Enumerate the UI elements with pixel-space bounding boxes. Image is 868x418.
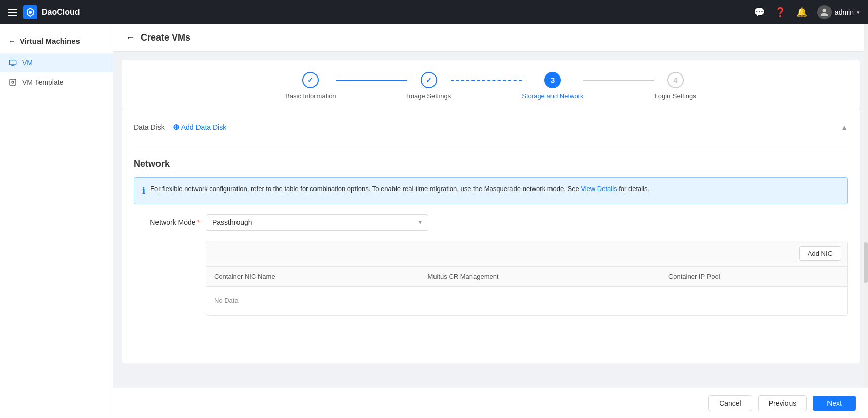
cancel-button[interactable]: Cancel xyxy=(708,395,752,411)
network-mode-row: Network Mode* Passthrough ▾ xyxy=(134,214,848,231)
add-data-disk-text: Add Data Disk xyxy=(181,123,226,131)
add-data-disk-icon: ⊕ xyxy=(173,122,179,132)
network-title: Network xyxy=(134,159,848,169)
nic-table-toolbar: Add NIC xyxy=(206,241,847,267)
add-nic-button[interactable]: Add NIC xyxy=(799,246,841,261)
username: admin xyxy=(835,8,854,16)
top-navigation: DaoCloud 💬 ❓ 🔔 admin ▾ xyxy=(0,0,868,24)
data-disk-section-header: Data Disk ⊕ Add Data Disk ▲ xyxy=(134,122,848,138)
svg-point-1 xyxy=(29,11,32,14)
content-area: Data Disk ⊕ Add Data Disk ▲ Network ℹ Fo… xyxy=(122,110,860,363)
sidebar-back-label: Virtual Machines xyxy=(20,36,80,45)
scrollbar-thumb[interactable] xyxy=(864,242,868,283)
vm-template-icon xyxy=(8,78,17,87)
no-data-text: No Data xyxy=(206,286,847,315)
col-container-nic-name: Container NIC Name xyxy=(206,267,420,287)
network-mode-label: Network Mode* xyxy=(134,218,200,226)
col-multus-cr: Multus CR Management xyxy=(420,267,660,287)
step-4-circle: 4 xyxy=(667,72,684,88)
sidebar-item-vm[interactable]: VM xyxy=(0,53,113,72)
back-arrow-icon: ← xyxy=(8,36,16,45)
user-chevron-icon: ▾ xyxy=(857,9,860,16)
notification-icon[interactable]: 🔔 xyxy=(796,7,807,18)
stepper: ✓ Basic Information ✓ Image Settings 3 S… xyxy=(122,60,860,110)
step-1-label: Basic Information xyxy=(285,92,336,100)
collapse-button[interactable]: ▲ xyxy=(841,123,848,131)
scrollbar[interactable] xyxy=(864,24,868,388)
brand-name: DaoCloud xyxy=(42,8,80,17)
step-2-circle: ✓ xyxy=(421,72,437,88)
connector-1-2 xyxy=(336,80,407,81)
network-mode-select[interactable]: Passthrough ▾ xyxy=(206,214,428,231)
bottom-bar: Cancel Previous Next xyxy=(113,388,868,418)
info-text-part1: For flexible network configuration, refe… xyxy=(150,185,581,193)
step-3-circle: 3 xyxy=(544,72,561,88)
sidebar-item-vm-label: VM xyxy=(22,59,33,67)
help-icon[interactable]: ❓ xyxy=(775,7,786,18)
view-details-link[interactable]: View Details xyxy=(581,185,617,193)
step-2-label: Image Settings xyxy=(407,92,451,100)
user-menu[interactable]: admin ▾ xyxy=(817,5,860,19)
data-disk-label: Data Disk xyxy=(134,123,165,131)
brand-logo: DaoCloud xyxy=(23,5,80,19)
step-3-label: Storage and Network xyxy=(522,92,583,100)
svg-rect-3 xyxy=(10,79,16,85)
daocloud-logo-icon xyxy=(23,5,37,19)
col-container-ip-pool: Container IP Pool xyxy=(660,267,847,287)
connector-3-4 xyxy=(583,80,654,81)
svg-point-4 xyxy=(12,81,14,83)
network-mode-value: Passthrough xyxy=(212,218,252,226)
step-basic-info: ✓ Basic Information xyxy=(285,72,336,100)
menu-icon[interactable] xyxy=(8,9,17,16)
section-divider xyxy=(134,146,848,146)
connector-2-3 xyxy=(451,80,522,81)
main-content: ← Create VMs ✓ Basic Information ✓ Image… xyxy=(113,24,868,418)
topnav-right: 💬 ❓ 🔔 admin ▾ xyxy=(754,5,860,19)
step-image-settings: ✓ Image Settings xyxy=(407,72,451,100)
nic-table: Container NIC Name Multus CR Management … xyxy=(206,267,847,315)
required-star: * xyxy=(197,218,200,226)
info-banner: ℹ For flexible network configuration, re… xyxy=(134,177,848,204)
step-4-label: Login Settings xyxy=(654,92,696,100)
info-icon: ℹ xyxy=(142,184,145,198)
sidebar: ← Virtual Machines VM VM Template xyxy=(0,24,113,418)
svg-rect-2 xyxy=(9,60,16,65)
page-title: Create VMs xyxy=(141,32,190,43)
vm-icon xyxy=(8,58,17,67)
nic-table-header-row: Container NIC Name Multus CR Management … xyxy=(206,267,847,287)
sidebar-back-button[interactable]: ← Virtual Machines xyxy=(0,32,113,49)
step-1-circle: ✓ xyxy=(302,72,319,88)
nic-table-wrapper: Add NIC Container NIC Name Multus CR Man… xyxy=(206,241,848,316)
sidebar-item-vm-template[interactable]: VM Template xyxy=(0,72,113,92)
sidebar-item-vm-template-label: VM Template xyxy=(22,78,63,86)
page-header: ← Create VMs xyxy=(113,24,868,52)
next-button[interactable]: Next xyxy=(813,396,856,411)
previous-button[interactable]: Previous xyxy=(758,395,807,411)
step-login-settings: 4 Login Settings xyxy=(654,72,696,100)
chat-icon[interactable]: 💬 xyxy=(754,7,765,18)
no-data-row: No Data xyxy=(206,286,847,315)
step-storage-network: 3 Storage and Network xyxy=(522,72,583,100)
select-chevron-icon: ▾ xyxy=(419,219,422,226)
info-text-part2: for details. xyxy=(617,185,650,193)
avatar xyxy=(817,5,832,19)
info-text: For flexible network configuration, refe… xyxy=(150,184,649,195)
add-data-disk-button[interactable]: ⊕ Add Data Disk xyxy=(173,122,226,132)
page-back-button[interactable]: ← xyxy=(126,32,135,43)
